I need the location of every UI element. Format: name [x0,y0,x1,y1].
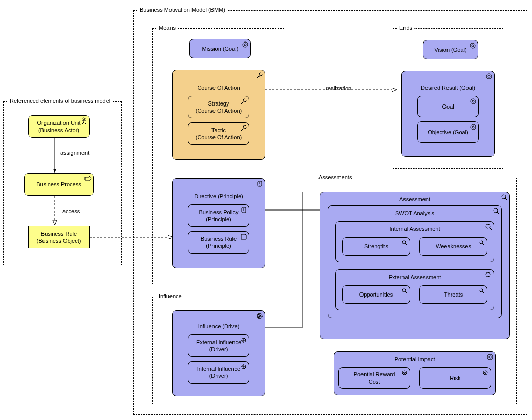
svg-point-27 [472,126,474,128]
driver-icon [240,363,247,370]
strategy-label: Strategy (Course Of Action) [196,100,242,115]
risk-label: Risk [450,374,460,382]
node-vision[interactable]: Vision (Goal) [423,40,478,59]
node-mission[interactable]: Mission (Goal) [189,39,251,58]
course-of-action-icon [240,124,247,132]
node-potential-impact[interactable]: Potential Impact Poential Reward Cost Ri… [334,351,496,395]
svg-point-24 [471,99,476,104]
node-internal-influence[interactable]: Internal Influence (Driver) [188,361,249,384]
business-policy-label: Business Policy (Principle) [199,208,238,223]
svg-point-49 [486,272,490,277]
node-business-policy[interactable]: Business Policy (Principle) [188,204,249,227]
svg-point-26 [471,124,476,130]
svg-point-55 [487,354,493,360]
assessment-icon [485,271,492,279]
group-influence: Influence Influence (Drive) External Inf… [152,297,284,404]
node-org-unit[interactable]: Organization Unit (Business Actor) [28,115,90,138]
svg-point-60 [485,372,486,374]
potential-reward-label: Poential Reward Cost [354,371,395,386]
node-business-rule[interactable]: Business Rule (Business Object) [28,226,90,248]
node-potential-reward[interactable]: Poential Reward Cost [338,367,410,389]
svg-point-56 [489,356,491,358]
svg-point-58 [404,372,406,374]
group-means: Means Mission (Goal) Course Of Action St… [152,28,284,284]
vision-label: Vision (Goal) [434,46,466,53]
swot-title: SWOT Analysis [333,208,496,219]
group-label-assessments: Assessments [316,174,354,180]
node-desired-result[interactable]: Desired Result (Goal) Goal Objective (Go… [401,71,495,157]
course-of-action-icon [240,98,247,105]
node-directive[interactable]: Directive (Principle) Business Policy (P… [172,178,265,268]
svg-line-46 [405,243,407,245]
group-label-bmm: Business Motivation Model (BMM) [138,7,227,13]
svg-line-9 [84,122,86,124]
svg-point-11 [244,44,246,46]
goal-icon [470,123,477,131]
label-access: access [62,208,80,214]
business-process-label: Business Process [36,181,81,188]
note-icon [240,233,247,240]
svg-point-39 [502,195,506,199]
svg-line-50 [490,276,492,278]
mission-label: Mission (Goal) [202,45,239,52]
svg-point-22 [486,74,492,79]
svg-line-42 [497,212,499,214]
svg-point-59 [483,371,487,375]
node-strengths[interactable]: Strengths [342,237,410,256]
node-external-influence[interactable]: External Influence (Driver) [188,334,249,357]
assessment-icon [401,239,408,246]
svg-line-40 [505,198,507,200]
potential-impact-title: Potential Impact [336,354,493,365]
svg-point-23 [488,75,490,77]
group-label-referenced: Referenced elements of business model [8,98,112,104]
label-realization: realization [326,85,351,91]
svg-point-13 [243,99,246,102]
driver-icon [240,337,247,344]
node-weaknesses[interactable]: Weeaknesses [419,237,487,256]
influence-title: Influence (Drive) [175,321,263,332]
node-internal-assessment[interactable]: Internal Assessment Strengths Weeaknesse… [335,221,494,262]
assessment-icon [478,287,485,295]
course-of-action-icon [256,72,263,79]
node-risk[interactable]: Risk [419,367,491,389]
node-swot[interactable]: SWOT Analysis Internal Assessment Streng… [328,205,502,318]
node-threats[interactable]: Threats [419,285,487,304]
course-of-action-title: Course Of Action [175,82,263,94]
node-strategy[interactable]: Strategy (Course Of Action) [188,96,249,118]
node-objective[interactable]: Objective (Goal) [417,121,479,143]
desired-result-title: Desired Result (Goal) [404,82,492,94]
node-opportunities[interactable]: Opportunities [342,285,410,304]
assessment-title: Assessment [322,194,507,205]
svg-point-5 [83,118,85,120]
internal-influence-label: Internal Influence (Driver) [197,365,240,380]
svg-line-52 [405,291,407,293]
goal-icon [401,369,408,376]
svg-point-41 [494,208,498,213]
label-assignment: assignment [60,150,89,156]
node-assessment[interactable]: Assessment SWOT Analysis Internal Assess… [320,192,510,339]
node-business-process[interactable]: Business Process [24,173,94,196]
node-course-of-action[interactable]: Course Of Action Strategy (Course Of Act… [172,70,265,160]
svg-point-10 [243,42,248,47]
strengths-label: Strengths [364,243,388,250]
node-business-rule-principle[interactable]: Business Rule (Principle) [188,231,249,254]
goal-icon [486,353,494,361]
tactic-label: Tactic (Course Of Action) [196,127,242,141]
business-rule-label: Business Rule (Business Object) [37,230,81,245]
node-influence-drive[interactable]: Influence (Drive) External Influence (Dr… [172,310,265,396]
goal-icon [469,42,476,49]
threats-label: Threats [444,291,463,298]
node-goal[interactable]: Goal [417,96,479,117]
group-label-ends: Ends [397,25,414,31]
objective-label: Objective (Goal) [428,129,468,136]
assessment-icon [501,194,508,201]
external-influence-label: External Influence (Driver) [196,339,241,353]
group-bmm: Business Motivation Model (BMM) Means Mi… [133,10,527,415]
node-tactic[interactable]: Tactic (Course Of Action) [188,122,249,145]
group-label-influence: Influence [157,293,184,299]
node-external-assessment[interactable]: External Assessment Opportunities Threat… [335,269,494,310]
goal-label: Goal [442,103,454,110]
svg-line-48 [482,243,484,245]
group-ends: Ends Vision (Goal) Desired Result (Goal)… [393,28,503,169]
internal-assessment-title: Internal Assessment [340,224,490,235]
